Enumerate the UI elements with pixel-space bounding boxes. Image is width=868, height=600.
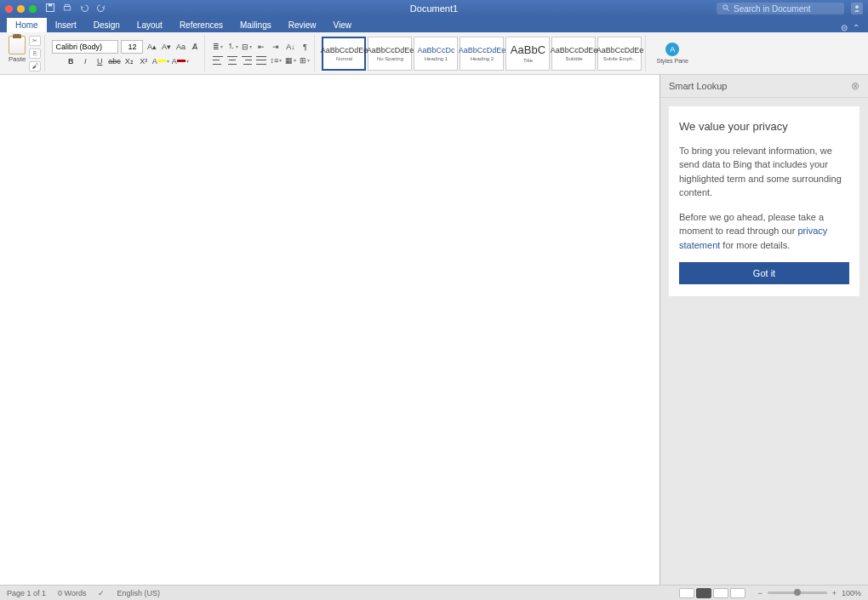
undo-icon[interactable] [79,3,89,14]
privacy-heading: We value your privacy [679,118,849,135]
align-right-button[interactable] [241,54,253,66]
highlight-color-button[interactable]: A▾ [152,55,169,67]
subscript-button[interactable]: X₂ [123,55,135,67]
multilevel-list-button[interactable]: ⊟▾ [241,41,253,53]
italic-button[interactable]: I [79,55,91,67]
close-window-icon[interactable] [5,5,13,13]
page-status[interactable]: Page 1 of 1 [7,589,46,597]
paste-icon [9,36,26,54]
titlebar: Document1 [0,0,868,17]
outline-view-button[interactable] [730,588,745,598]
close-icon[interactable]: ⊗ [851,80,859,92]
style-title[interactable]: AaBbCTitle [505,37,550,71]
change-case-button[interactable]: Aa [174,41,186,53]
statusbar: Page 1 of 1 0 Words ✓ English (US) − + 1… [0,585,868,600]
font-name-select[interactable] [52,40,118,54]
privacy-card: We value your privacy To bring you relev… [669,106,859,296]
numbering-button[interactable]: ⒈▾ [226,41,238,53]
tab-mailings[interactable]: Mailings [231,18,280,32]
word-count[interactable]: 0 Words [58,589,86,597]
share-icon[interactable] [851,3,863,14]
ribbon-tabs: Home Insert Design Layout References Mai… [0,17,868,32]
style-no-spacing[interactable]: AaBbCcDdEeNo Spacing [368,37,412,71]
web-layout-view-button[interactable] [713,588,728,598]
underline-button[interactable]: U [94,55,106,67]
focus-view-button[interactable] [679,588,694,598]
privacy-para-2: Before we go ahead, please take a moment… [679,210,849,253]
styles-pane-icon: A [665,43,679,56]
svg-point-4 [723,5,728,9]
pane-header: Smart Lookup ⊗ [660,75,868,98]
font-size-select[interactable] [121,40,143,54]
zoom-out-button[interactable]: − [757,589,762,597]
grow-font-button[interactable]: A▴ [146,41,157,53]
clipboard-group: Paste ✂ ⎘ 🖌 [5,35,45,71]
shading-button[interactable]: ▦▾ [284,54,296,66]
styles-pane-button[interactable]: A Styles Pane [653,43,691,64]
paragraph-group: ≣▾ ⒈▾ ⊟▾ ⇤ ⇥ A↓ ¶ ↕≡▾ ▦▾ ⊞▾ [208,35,315,71]
tab-design[interactable]: Design [85,18,128,32]
styles-pane-group: A Styles Pane [649,35,694,71]
search-icon [722,3,730,14]
zoom-in-button[interactable]: + [832,589,837,597]
line-spacing-button[interactable]: ↕≡▾ [270,54,282,66]
style-subtitle[interactable]: AaBbCcDdEeSubtitle [551,37,596,71]
style-heading-2[interactable]: AaBbCcDdEeHeading 2 [460,37,504,71]
decrease-indent-button[interactable]: ⇤ [255,41,267,53]
style-normal[interactable]: AaBbCcDdEeNormal [322,37,366,71]
style-subtle-emphasis[interactable]: AaBbCcDdEeSubtle Emph... [597,37,642,71]
show-marks-button[interactable]: ¶ [299,41,311,53]
increase-indent-button[interactable]: ⇥ [270,41,282,53]
tab-references[interactable]: References [171,18,231,32]
tab-home[interactable]: Home [7,18,47,32]
search-box[interactable] [717,3,844,14]
search-input[interactable] [734,4,836,14]
print-layout-view-button[interactable] [696,588,711,598]
align-center-button[interactable] [226,54,238,66]
print-icon[interactable] [62,3,72,14]
justify-button[interactable] [255,54,267,66]
paste-button[interactable]: Paste [9,36,26,63]
window-controls [5,5,37,13]
styles-group: AaBbCcDdEeNormal AaBbCcDdEeNo Spacing Aa… [318,35,646,71]
document-canvas[interactable] [0,75,660,585]
align-left-button[interactable] [212,54,224,66]
tab-review[interactable]: Review [280,18,325,32]
styles-gallery: AaBbCcDdEeNormal AaBbCcDdEeNo Spacing Aa… [322,37,642,71]
maximize-window-icon[interactable] [29,5,37,13]
quick-access-toolbar [45,3,106,14]
copy-button[interactable]: ⎘ [29,49,41,59]
font-group: A▴ A▾ Aa A̸ B I U abc X₂ X² A▾ A▾ [49,35,205,71]
superscript-button[interactable]: X² [138,55,150,67]
zoom-control: − + 100% [757,589,861,597]
shrink-font-button[interactable]: A▾ [160,41,172,53]
minimize-window-icon[interactable] [17,5,25,13]
svg-line-5 [727,9,729,11]
clear-formatting-button[interactable]: A̸ [189,41,201,53]
workspace: Smart Lookup ⊗ We value your privacy To … [0,75,868,585]
help-icon[interactable]: ⊝ [841,23,848,32]
zoom-slider[interactable] [768,591,827,594]
redo-icon[interactable] [96,3,106,14]
cut-button[interactable]: ✂ [29,36,41,46]
bullets-button[interactable]: ≣▾ [212,41,224,53]
zoom-level[interactable]: 100% [842,589,861,597]
sort-button[interactable]: A↓ [284,41,296,53]
svg-point-6 [855,5,859,9]
tab-layout[interactable]: Layout [128,18,171,32]
bold-button[interactable]: B [65,55,77,67]
got-it-button[interactable]: Got it [679,262,849,284]
tab-insert[interactable]: Insert [47,18,85,32]
tab-view[interactable]: View [325,18,361,32]
language-status[interactable]: English (US) [117,589,160,597]
format-painter-button[interactable]: 🖌 [29,61,41,71]
style-heading-1[interactable]: AaBbCcDcHeading 1 [414,37,458,71]
strikethrough-button[interactable]: abc [108,55,121,67]
spellcheck-icon[interactable]: ✓ [98,589,105,597]
font-color-button[interactable]: A▾ [172,55,189,67]
collapse-ribbon-icon[interactable]: ⌃ [853,23,859,32]
save-icon[interactable] [45,3,55,14]
styles-pane-label: Styles Pane [656,58,688,64]
smart-lookup-pane: Smart Lookup ⊗ We value your privacy To … [660,75,868,585]
borders-button[interactable]: ⊞▾ [299,54,311,66]
